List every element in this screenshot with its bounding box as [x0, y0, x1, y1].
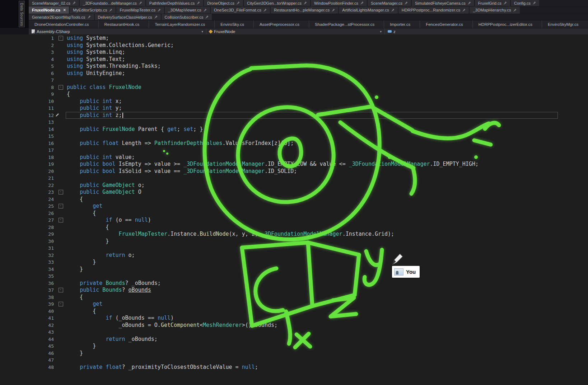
- code-line[interactable]: 43: [0, 329, 588, 336]
- line-number[interactable]: 11: [0, 105, 55, 112]
- code-line[interactable]: 46 }: [0, 350, 588, 357]
- line-number[interactable]: 40: [0, 308, 55, 315]
- code-line[interactable]: 17: [0, 147, 588, 154]
- code-line[interactable]: 5using System.Threading.Tasks;: [0, 63, 588, 70]
- line-number[interactable]: 14: [0, 126, 55, 133]
- code-line[interactable]: 16 public float Length => PathfinderDept…: [0, 140, 588, 147]
- code-line[interactable]: 18 public int value;: [0, 154, 588, 161]
- file-tab[interactable]: ShaderPackage...stProcessor.cs: [309, 20, 384, 28]
- fold-collapse-icon[interactable]: -: [59, 302, 63, 306]
- line-number[interactable]: 30: [0, 238, 55, 245]
- file-tab[interactable]: DroneObject.cs: [204, 0, 243, 6]
- line-number[interactable]: 10: [0, 98, 55, 105]
- code-line[interactable]: 24 {: [0, 196, 588, 203]
- code-line[interactable]: 15: [0, 133, 588, 140]
- code-line[interactable]: 47: [0, 357, 588, 364]
- file-tab[interactable]: EnviroSkyMgr.cs: [542, 20, 588, 28]
- file-tab[interactable]: CollisionSubscriber.cs: [162, 14, 212, 20]
- code-line[interactable]: 22 public GameObject o;: [0, 182, 588, 189]
- close-icon[interactable]: ×: [63, 8, 66, 12]
- line-number[interactable]: 34: [0, 266, 55, 273]
- line-number[interactable]: 36: [0, 280, 55, 287]
- line-number[interactable]: 7: [0, 77, 55, 84]
- line-number[interactable]: 26: [0, 210, 55, 217]
- line-number[interactable]: 22: [0, 182, 55, 189]
- line-number[interactable]: 35: [0, 273, 55, 280]
- code-line[interactable]: 29 FruxelMapTester.Instance.BuildNode(x,…: [0, 231, 588, 238]
- fold-collapse-icon[interactable]: -: [59, 85, 63, 90]
- fold-collapse-icon[interactable]: -: [59, 204, 63, 208]
- code-line[interactable]: 41 if (_oBounds == null): [0, 315, 588, 322]
- line-number[interactable]: 41: [0, 315, 55, 322]
- line-number[interactable]: 27: [0, 217, 55, 224]
- file-tab[interactable]: DroneOrientationController.cs: [29, 20, 99, 28]
- code-line[interactable]: 13: [0, 119, 588, 126]
- file-tab[interactable]: WindowPositionFinder.cs: [311, 0, 367, 6]
- line-number[interactable]: 44: [0, 336, 55, 343]
- code-line[interactable]: 9{: [0, 91, 588, 98]
- code-line[interactable]: 35: [0, 273, 588, 280]
- code-line[interactable]: 48 private float? _proximityToClosestObs…: [0, 364, 588, 371]
- data-sources-dock-tab[interactable]: Data Sources: [19, 1, 25, 27]
- line-number[interactable]: 6: [0, 70, 55, 77]
- file-tab[interactable]: FruxelMapTester.cs: [116, 6, 164, 14]
- code-line[interactable]: 34 }: [0, 266, 588, 273]
- code-line[interactable]: 45 }: [0, 343, 588, 350]
- line-number[interactable]: 33: [0, 259, 55, 266]
- code-line[interactable]: 42 _oBounds = O.GetComponent<MeshRendere…: [0, 322, 588, 329]
- line-number[interactable]: 25: [0, 203, 55, 210]
- code-line[interactable]: 7: [0, 77, 588, 84]
- line-number[interactable]: 2: [0, 42, 55, 49]
- code-line[interactable]: 20 public bool IsSolid => value == _3DFo…: [0, 168, 588, 175]
- fold-collapse-icon[interactable]: -: [59, 190, 63, 194]
- line-number[interactable]: 46: [0, 350, 55, 357]
- member-dropdown[interactable]: z: [385, 28, 588, 34]
- code-line[interactable]: 32 return o;: [0, 252, 588, 259]
- file-tab[interactable]: SceneManager.cs: [368, 0, 411, 6]
- type-dropdown[interactable]: FruxelNode ▾: [206, 28, 385, 34]
- line-number[interactable]: 32: [0, 252, 55, 259]
- line-number[interactable]: 23: [0, 189, 55, 196]
- line-number[interactable]: 24: [0, 196, 55, 203]
- line-number[interactable]: 16: [0, 140, 55, 147]
- file-tab[interactable]: _3DMapViewer.cs: [165, 6, 210, 14]
- line-number[interactable]: 1: [0, 35, 55, 42]
- code-line[interactable]: 14 public FruxelNode Parent { get; set; …: [0, 126, 588, 133]
- code-line[interactable]: 44 return _oBounds;: [0, 336, 588, 343]
- code-line[interactable]: 23- public GameObject O: [0, 189, 588, 196]
- code-line[interactable]: 11 public int y;: [0, 105, 588, 112]
- code-line[interactable]: 26 {: [0, 210, 588, 217]
- line-number[interactable]: 37: [0, 287, 55, 294]
- file-tab[interactable]: PathfinderDepthValues.cs: [146, 0, 203, 6]
- line-number[interactable]: 29: [0, 231, 55, 238]
- file-tab[interactable]: Importer.cs: [384, 20, 420, 28]
- code-line[interactable]: 10 public int x;: [0, 98, 588, 105]
- line-number[interactable]: 19: [0, 161, 55, 168]
- line-number[interactable]: 4: [0, 56, 55, 63]
- line-number[interactable]: 31: [0, 245, 55, 252]
- file-tab[interactable]: OneSec3D_FileFormat.cs: [211, 6, 270, 14]
- file-tab[interactable]: SceneManager_02.cs: [29, 0, 79, 6]
- file-tab[interactable]: HDRPPostproc...izerEditor.cs: [473, 20, 542, 28]
- line-number[interactable]: 38: [0, 294, 55, 301]
- file-tab[interactable]: TerrainLayerRandomizer.cs: [149, 20, 215, 28]
- line-number[interactable]: 20: [0, 168, 55, 175]
- line-number[interactable]: 48: [0, 364, 55, 371]
- code-line[interactable]: 31: [0, 245, 588, 252]
- code-line[interactable]: 30 }: [0, 238, 588, 245]
- line-number[interactable]: 17: [0, 147, 55, 154]
- project-dropdown[interactable]: Assembly-CSharp ▾: [29, 28, 206, 34]
- line-number[interactable]: 15: [0, 133, 55, 140]
- line-number[interactable]: 42: [0, 322, 55, 329]
- code-line[interactable]: 21: [0, 175, 588, 182]
- code-line[interactable]: 4using System.Text;: [0, 56, 588, 63]
- line-number[interactable]: 21: [0, 175, 55, 182]
- code-line[interactable]: 28 {: [0, 224, 588, 231]
- code-line[interactable]: 33 }: [0, 259, 588, 266]
- code-line[interactable]: 38 {: [0, 294, 588, 301]
- code-line[interactable]: 40 {: [0, 308, 588, 315]
- code-line[interactable]: 25- get: [0, 203, 588, 210]
- code-line[interactable]: 27- if (o == null): [0, 217, 588, 224]
- file-tab[interactable]: RestaurantHo...pleManager.cs: [271, 6, 338, 14]
- line-number[interactable]: 39: [0, 301, 55, 308]
